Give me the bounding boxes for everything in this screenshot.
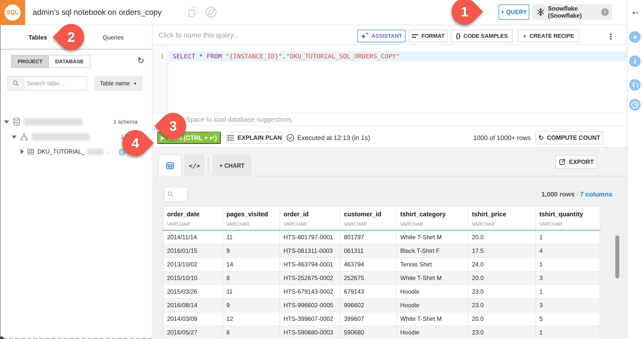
- cell-tshirt-price[interactable]: 20.0: [468, 312, 536, 326]
- cell-customer-id[interactable]: 061311: [340, 244, 396, 258]
- column-header[interactable]: order_date VARCHAR: [163, 206, 223, 230]
- cell-pages-visited[interactable]: 9: [223, 298, 280, 312]
- cell-customer-id[interactable]: 679143: [340, 285, 396, 298]
- cell-order-id[interactable]: HTS-590680-0003: [280, 326, 340, 339]
- sql-code-editor[interactable]: 1 SELECT * FROM "{INSTANCE_ID}"."DKU_TUT…: [153, 45, 627, 113]
- table-row[interactable]: 2015/10/10 8 HTS-252675-0002 252675 Whit…: [163, 271, 600, 285]
- cell-order-id[interactable]: HTS-463794-0001: [280, 258, 340, 271]
- cell-order-date[interactable]: 2015/10/10: [163, 271, 223, 285]
- cell-tshirt-quantity[interactable]: 3: [536, 298, 600, 312]
- assistant-button[interactable]: ✦✦ ASSISTANT: [357, 30, 406, 42]
- cell-tshirt-quantity[interactable]: 1: [536, 326, 600, 339]
- export-button[interactable]: EXPORT: [555, 155, 597, 169]
- tree-connection-row[interactable]: SQL 1 schema: [4, 117, 147, 127]
- cell-pages-visited[interactable]: 12: [223, 312, 280, 326]
- copy-icon[interactable]: [187, 6, 198, 18]
- cell-pages-visited[interactable]: 6: [223, 326, 280, 339]
- table-row[interactable]: 2016/05/27 6 HTS-590680-0003 590680 Hood…: [163, 326, 600, 339]
- cell-pages-visited[interactable]: 11: [223, 285, 280, 298]
- cell-tshirt-quantity[interactable]: 1: [536, 230, 600, 244]
- cell-tshirt-quantity[interactable]: 3: [536, 271, 600, 285]
- table-row[interactable]: 2016/08/14 9 HTS-996602-0005 996602 Hood…: [163, 298, 600, 312]
- table-row[interactable]: 2014/11/14 11 HTS-801797-0001 801797 Whi…: [163, 230, 600, 244]
- refresh-tables-icon[interactable]: ↻: [137, 55, 145, 65]
- format-button[interactable]: FORMAT: [409, 30, 448, 42]
- cell-tshirt-category[interactable]: White T-Shirt M: [396, 271, 468, 285]
- table-row[interactable]: 2016/01/15 9 HTS-061311-0003 061311 Blac…: [163, 244, 600, 258]
- cell-order-id[interactable]: HTS-061311-0003: [280, 244, 340, 258]
- collapse-arrow-icon[interactable]: [4, 120, 9, 124]
- query-name-input[interactable]: [158, 28, 360, 42]
- table-row[interactable]: 2014/03/09 12 HTS-399607-0002 399607 Whi…: [163, 312, 600, 326]
- tab-table-view[interactable]: [158, 155, 182, 176]
- code-samples-button[interactable]: {} CODE SAMPLES: [451, 30, 513, 42]
- details-info-icon[interactable]: i: [629, 55, 641, 67]
- cell-tshirt-quantity[interactable]: 1: [536, 258, 600, 271]
- cell-tshirt-quantity[interactable]: 4: [536, 244, 600, 258]
- column-header[interactable]: tshirt_category VARCHAR: [396, 206, 468, 230]
- cell-pages-visited[interactable]: 8: [223, 271, 280, 285]
- column-header[interactable]: pages_visited VARCHAR: [223, 206, 280, 230]
- more-actions-kebab-icon[interactable]: ⋮: [607, 32, 615, 41]
- cell-order-date[interactable]: 2016/01/15: [163, 244, 223, 258]
- cell-pages-visited[interactable]: 14: [223, 258, 280, 271]
- cell-order-date[interactable]: 2013/10/02: [163, 258, 223, 271]
- cell-tshirt-price[interactable]: 20.0: [468, 230, 536, 244]
- new-query-button[interactable]: + QUERY: [499, 5, 529, 20]
- compass-icon[interactable]: [205, 6, 217, 18]
- cell-order-id[interactable]: HTS-399607-0002: [280, 312, 340, 326]
- cell-order-id[interactable]: HTS-801797-0001: [280, 230, 340, 244]
- column-header[interactable]: order_id VARCHAR: [280, 206, 340, 230]
- cell-tshirt-category[interactable]: Black T-Shirt F: [396, 244, 468, 258]
- toggle-database[interactable]: DATABASE: [49, 55, 90, 67]
- toggle-project[interactable]: PROJECT: [12, 55, 49, 67]
- cell-customer-id[interactable]: 590680: [340, 326, 396, 339]
- columns-link[interactable]: 7 columns: [580, 190, 612, 198]
- cell-order-date[interactable]: 2014/03/09: [163, 312, 223, 326]
- cell-tshirt-category[interactable]: Hoodie: [396, 326, 468, 339]
- cell-customer-id[interactable]: 801797: [340, 230, 396, 244]
- info-icon[interactable]: i: [601, 8, 609, 16]
- column-header[interactable]: customer_id VARCHAR: [340, 206, 396, 230]
- explain-plan-button[interactable]: EXPLAIN PLAN: [226, 132, 282, 144]
- expand-arrow-icon[interactable]: [21, 149, 24, 154]
- tab-queries[interactable]: Queries: [91, 25, 136, 50]
- tab-add-chart[interactable]: + CHART: [213, 155, 251, 176]
- cell-tshirt-category[interactable]: White T-Shirt M: [396, 230, 468, 244]
- cell-tshirt-quantity[interactable]: 5: [536, 312, 600, 326]
- cell-tshirt-price[interactable]: 24.0: [468, 258, 536, 271]
- cell-tshirt-price[interactable]: 23.0: [468, 326, 536, 339]
- table-row[interactable]: 2015/03/26 11 HTS-679143-0002 679143 Hoo…: [163, 285, 600, 298]
- compute-count-button[interactable]: ↻ COMPUTE COUNT: [535, 131, 603, 144]
- table-name-sort-dropdown[interactable]: Table name ▼: [94, 76, 143, 91]
- create-recipe-button[interactable]: + CREATE RECIPE: [518, 30, 579, 42]
- cell-customer-id[interactable]: 996602: [340, 298, 396, 312]
- collapse-arrow-icon[interactable]: [12, 135, 17, 139]
- cell-order-id[interactable]: HTS-996602-0005: [280, 298, 340, 312]
- cell-pages-visited[interactable]: 11: [223, 230, 280, 244]
- column-header[interactable]: tshirt_price VARCHAR: [468, 206, 536, 230]
- cell-pages-visited[interactable]: 9: [223, 244, 280, 258]
- search-table-input[interactable]: [24, 76, 87, 91]
- vertical-scrollbar[interactable]: [615, 235, 619, 278]
- cell-order-id[interactable]: HTS-679143-0002: [280, 285, 340, 298]
- cell-customer-id[interactable]: 252675: [340, 271, 396, 285]
- discussions-icon[interactable]: [629, 79, 641, 91]
- connection-selector[interactable]: Snowflake (Snowflake) i: [532, 4, 612, 20]
- history-clock-icon[interactable]: [629, 99, 641, 111]
- tab-code-view[interactable]: </>: [185, 155, 204, 176]
- cell-order-date[interactable]: 2015/03/26: [163, 285, 223, 298]
- cell-tshirt-category[interactable]: Hoodie: [396, 298, 468, 312]
- add-icon[interactable]: +: [629, 31, 641, 43]
- column-header[interactable]: tshirt_quantity VARCHAR: [536, 206, 600, 230]
- cell-tshirt-price[interactable]: 17.5: [468, 244, 536, 258]
- cell-order-id[interactable]: HTS-252675-0002: [280, 271, 340, 285]
- cell-customer-id[interactable]: 399607: [340, 312, 396, 326]
- cell-order-date[interactable]: 2016/05/27: [163, 326, 223, 339]
- collapse-panel-arrow-icon[interactable]: ←: [630, 6, 640, 17]
- results-search-box[interactable]: [164, 187, 188, 201]
- cell-tshirt-price[interactable]: 20.0: [468, 271, 536, 285]
- cell-tshirt-quantity[interactable]: 1: [536, 285, 600, 298]
- cell-order-date[interactable]: 2014/11/14: [163, 230, 223, 244]
- cell-tshirt-price[interactable]: 23.0: [468, 298, 536, 312]
